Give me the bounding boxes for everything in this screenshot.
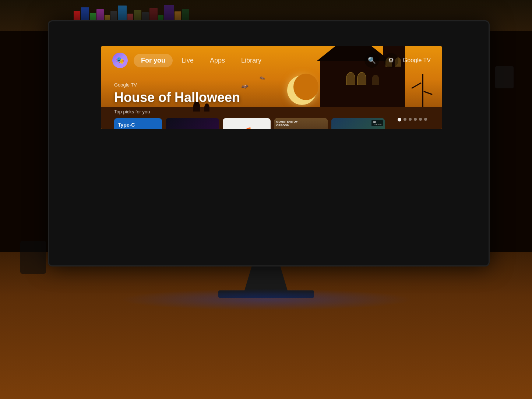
nav-item-live[interactable]: Live xyxy=(174,54,201,67)
profile-avatar[interactable]: 🎭 xyxy=(112,53,128,68)
card-salems-lot[interactable]: SALEM'SLOT xyxy=(166,118,219,129)
hero-source: Google TV xyxy=(114,82,429,88)
dot-1[interactable] xyxy=(398,118,401,121)
tv-screen: 🦇 🦇 🦇 🦇 🦇 xyxy=(101,46,442,129)
top-picks-cards: Type-C ⬜ SALEM'SLOT 🌈 xyxy=(114,118,429,129)
nature-badge-ultrahd: ULTRAHD xyxy=(373,123,381,126)
search-icon: 🔍 xyxy=(368,56,376,64)
dot-3[interactable] xyxy=(409,118,412,121)
dot-5[interactable] xyxy=(419,118,422,121)
dot-6[interactable] xyxy=(424,118,427,121)
nav-items: For you Live Apps Library xyxy=(134,54,269,67)
typec-title: Type-C xyxy=(118,122,158,128)
ambient-glow xyxy=(119,289,413,311)
carousel-dots xyxy=(398,118,427,121)
settings-icon: ⚙ xyxy=(388,56,394,64)
nav-item-for-you[interactable]: For you xyxy=(134,54,173,67)
card-oregon[interactable]: MONSTERS OFOREGON xyxy=(274,118,328,129)
top-picks-label: Top picks for you xyxy=(114,109,429,114)
device-left xyxy=(20,241,46,274)
top-picks-section: Top picks for you Type-C ⬜ SALEM'SLOT xyxy=(101,109,442,129)
hero-content: Google TV House of Halloween xyxy=(101,75,442,109)
oregon-title: MONSTERS OFOREGON xyxy=(276,120,298,128)
device-right xyxy=(495,66,514,88)
monitor-frame: 🦇 🦇 🦇 🦇 🦇 xyxy=(48,20,490,266)
nature-badge-4k: 4K xyxy=(373,121,381,123)
card-nature[interactable]: 4K ULTRAHD Nature xyxy=(331,118,385,129)
nav-bar: 🎭 For you Live Apps Library 🔍 ⚙ Google T… xyxy=(101,46,442,75)
ui-overlay: 🎭 For you Live Apps Library 🔍 ⚙ Google T… xyxy=(101,46,442,129)
search-button[interactable]: 🔍 xyxy=(364,53,379,68)
nav-item-library[interactable]: Library xyxy=(234,54,269,67)
nav-right: 🔍 ⚙ Google TV xyxy=(364,53,431,68)
card-typec[interactable]: Type-C ⬜ xyxy=(114,118,162,129)
dot-2[interactable] xyxy=(404,118,406,121)
settings-button[interactable]: ⚙ xyxy=(384,53,398,68)
nav-item-apps[interactable]: Apps xyxy=(202,54,232,67)
dot-4[interactable] xyxy=(414,118,417,121)
card-inside-out[interactable]: 🌈 INSIDE OUT 2 xyxy=(223,118,271,129)
hero-title: House of Halloween xyxy=(114,90,429,105)
brand-label: Google TV xyxy=(403,57,431,64)
